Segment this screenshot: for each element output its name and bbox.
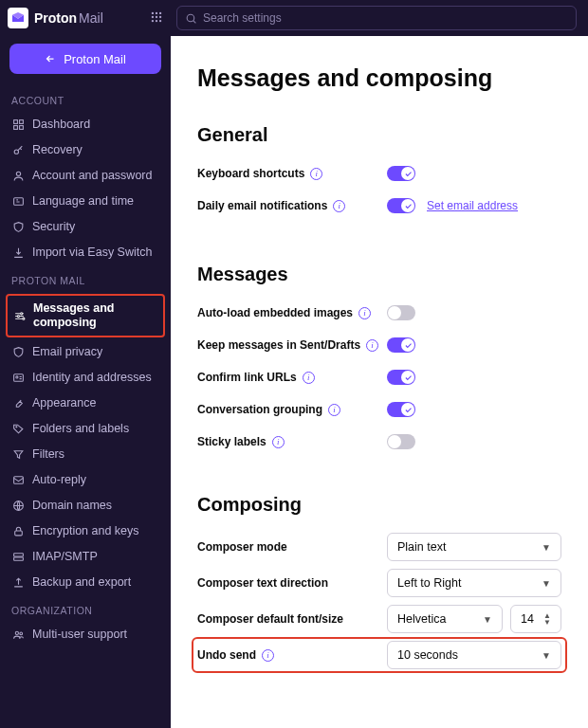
sidebar-item-appearance[interactable]: Appearance bbox=[0, 391, 171, 416]
sidebar-item-domain-names[interactable]: Domain names bbox=[0, 493, 171, 519]
search-icon bbox=[185, 12, 197, 25]
select-composer-mode[interactable]: Plain text▼ bbox=[387, 533, 561, 561]
info-icon[interactable]: i bbox=[366, 339, 378, 352]
select-default-font[interactable]: Helvetica▼ bbox=[387, 605, 503, 633]
sidebar-item-encryption[interactable]: Encryption and keys bbox=[0, 519, 171, 544]
info-icon[interactable]: i bbox=[262, 649, 274, 662]
info-icon[interactable]: i bbox=[310, 168, 322, 180]
shield-icon bbox=[11, 221, 25, 234]
label-sticky-labels: Sticky labels bbox=[197, 435, 266, 448]
id-card-icon bbox=[11, 372, 25, 385]
svg-rect-19 bbox=[13, 374, 23, 382]
info-icon[interactable]: i bbox=[328, 404, 340, 416]
toggle-daily-notifications[interactable] bbox=[387, 198, 415, 213]
sidebar-item-messages-composing[interactable]: Messages and composing bbox=[8, 296, 163, 336]
svg-point-2 bbox=[159, 11, 161, 13]
info-icon[interactable]: i bbox=[358, 307, 371, 319]
user-icon bbox=[11, 170, 25, 183]
svg-rect-12 bbox=[19, 126, 23, 130]
select-default-font-size[interactable]: 14▲▼ bbox=[510, 605, 561, 633]
svg-point-17 bbox=[17, 315, 19, 317]
topbar bbox=[171, 0, 588, 36]
svg-rect-24 bbox=[14, 531, 22, 536]
brand-name: ProtonMail bbox=[34, 10, 103, 26]
svg-rect-25 bbox=[13, 554, 23, 556]
sidebar-item-account-password[interactable]: Account and password bbox=[0, 163, 171, 189]
label-keyboard-shortcuts: Keyboard shortcuts bbox=[197, 167, 304, 180]
brush-icon bbox=[11, 397, 25, 410]
proton-mail-logo-icon bbox=[8, 8, 28, 28]
svg-point-27 bbox=[15, 631, 18, 634]
key-icon bbox=[11, 144, 25, 157]
import-icon bbox=[11, 246, 25, 260]
sidebar-item-auto-reply[interactable]: Auto-reply bbox=[0, 467, 171, 493]
svg-point-28 bbox=[19, 632, 22, 635]
svg-point-0 bbox=[152, 11, 154, 13]
sidebar-item-security[interactable]: Security bbox=[0, 214, 171, 240]
filter-icon bbox=[11, 448, 25, 462]
sidebar-item-imap-smtp[interactable]: IMAP/SMTP bbox=[0, 544, 171, 570]
select-undo-send[interactable]: 10 seconds▼ bbox=[387, 641, 561, 669]
label-default-font: Composer default font/size bbox=[197, 612, 343, 626]
toggle-sticky-labels[interactable] bbox=[387, 434, 415, 449]
sidebar-item-email-privacy[interactable]: Email privacy bbox=[0, 339, 171, 365]
section-composing-title: Composing bbox=[197, 494, 561, 516]
globe-icon bbox=[11, 500, 25, 513]
info-icon[interactable]: i bbox=[333, 200, 345, 212]
label-auto-load-images: Auto-load embedded images bbox=[197, 306, 353, 319]
label-confirm-link-urls: Confirm link URLs bbox=[197, 371, 297, 384]
svg-rect-10 bbox=[19, 120, 23, 124]
sidebar-item-identity[interactable]: Identity and addresses bbox=[0, 365, 171, 391]
export-icon bbox=[11, 576, 25, 590]
svg-rect-9 bbox=[13, 120, 17, 124]
select-text-direction[interactable]: Left to Right▼ bbox=[387, 569, 561, 597]
svg-point-4 bbox=[156, 15, 157, 17]
highlight-box-undo-send: Undo sendi 10 seconds▼ bbox=[192, 637, 567, 673]
label-text-direction: Composer text direction bbox=[197, 576, 328, 590]
sidebar-item-folders-labels[interactable]: Folders and labels bbox=[0, 416, 171, 442]
sidebar-item-backup-export[interactable]: Backup and export bbox=[0, 570, 171, 595]
toggle-conversation-grouping[interactable] bbox=[387, 402, 415, 417]
link-set-email-address[interactable]: Set email address bbox=[427, 199, 518, 212]
shield-icon bbox=[11, 346, 25, 359]
section-messages-title: Messages bbox=[197, 264, 561, 285]
back-to-mail-button[interactable]: Proton Mail bbox=[9, 44, 161, 74]
sidebar-item-filters[interactable]: Filters bbox=[0, 442, 171, 467]
svg-point-16 bbox=[21, 312, 23, 314]
info-icon[interactable]: i bbox=[303, 372, 315, 384]
users-icon bbox=[11, 628, 25, 642]
label-daily-notifications: Daily email notifications bbox=[197, 199, 327, 212]
sidebar-section-protonmail: PROTON MAIL bbox=[0, 265, 171, 292]
chevron-down-icon: ▼ bbox=[542, 578, 551, 589]
label-keep-sent-drafts: Keep messages in Sent/Drafts bbox=[197, 338, 360, 352]
sidebar-item-import[interactable]: Import via Easy Switch bbox=[0, 240, 171, 265]
page-title: Messages and composing bbox=[197, 64, 561, 92]
highlight-box-sidebar: Messages and composing bbox=[6, 294, 165, 337]
info-icon[interactable]: i bbox=[272, 436, 285, 448]
label-conversation-grouping: Conversation grouping bbox=[197, 403, 322, 416]
app-switcher-icon[interactable] bbox=[150, 10, 163, 27]
toggle-auto-load-images[interactable] bbox=[387, 305, 415, 320]
toggle-keep-sent-drafts[interactable] bbox=[387, 337, 415, 353]
svg-rect-22 bbox=[13, 477, 23, 484]
stepper-icon: ▲▼ bbox=[543, 612, 551, 626]
sidebar-section-account: ACCOUNT bbox=[0, 85, 171, 112]
chevron-down-icon: ▼ bbox=[542, 542, 551, 553]
svg-point-5 bbox=[159, 15, 161, 17]
brand-header: ProtonMail bbox=[0, 0, 171, 36]
label-undo-send: Undo send bbox=[197, 648, 256, 662]
language-icon bbox=[11, 195, 25, 209]
mail-reply-icon bbox=[11, 474, 25, 487]
search-settings[interactable] bbox=[176, 6, 577, 30]
sidebar-item-language-time[interactable]: Language and time bbox=[0, 189, 171, 214]
tag-icon bbox=[11, 423, 25, 436]
toggle-keyboard-shortcuts[interactable] bbox=[387, 166, 415, 181]
search-input[interactable] bbox=[203, 11, 568, 25]
svg-point-14 bbox=[16, 172, 20, 175]
svg-point-3 bbox=[152, 15, 154, 17]
toggle-confirm-link-urls[interactable] bbox=[387, 370, 415, 385]
svg-point-29 bbox=[187, 14, 194, 22]
sidebar-item-recovery[interactable]: Recovery bbox=[0, 137, 171, 163]
sidebar-item-dashboard[interactable]: Dashboard bbox=[0, 112, 171, 137]
sidebar-item-multi-user[interactable]: Multi-user support bbox=[0, 622, 171, 647]
